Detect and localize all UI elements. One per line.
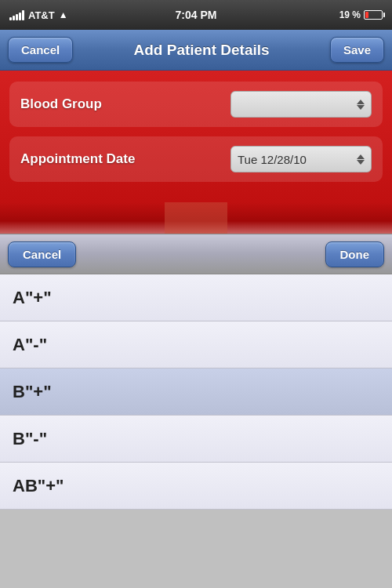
figure-area	[0, 202, 392, 234]
signal-bar-4	[19, 13, 21, 20]
battery-icon	[364, 10, 383, 20]
form-area: Blood Group Appointment Date Tue 12/28/1…	[0, 71, 392, 202]
blood-group-picker[interactable]	[230, 91, 372, 118]
nav-bar: Cancel Add Patient Details Save	[0, 30, 392, 71]
arrow-down-icon-2	[357, 160, 365, 165]
picker-item[interactable]: A"+"	[0, 274, 392, 321]
status-time: 7:04 PM	[176, 9, 217, 21]
picker-item[interactable]: B"+"	[0, 368, 392, 416]
carrier-label: AT&T	[28, 9, 55, 21]
picker-list: A"+"A"-"B"+"B"-"AB"+"	[0, 274, 392, 510]
status-right: 19 %	[339, 9, 383, 20]
nav-title: Add Patient Details	[134, 42, 270, 59]
appointment-date-value: Tue 12/28/10	[238, 153, 307, 166]
wifi-icon: ▲	[59, 9, 68, 20]
picker-item[interactable]: AB"+"	[0, 463, 392, 510]
picker-toolbar: Cancel Done	[0, 234, 392, 274]
picker-item-label: A"+"	[13, 288, 52, 308]
battery-percent: 19 %	[339, 9, 361, 20]
picker-item[interactable]: B"-"	[0, 416, 392, 463]
picker-item-label: A"-"	[13, 335, 47, 355]
signal-bar-1	[9, 17, 12, 20]
arrow-up-icon-2	[357, 154, 365, 159]
signal-bars-icon	[9, 9, 24, 20]
arrow-up-icon	[357, 100, 365, 104]
status-bar: AT&T ▲ 7:04 PM 19 %	[0, 0, 392, 30]
cancel-picker-button[interactable]: Cancel	[8, 241, 76, 267]
picker-item[interactable]: A"-"	[0, 321, 392, 368]
signal-bar-3	[16, 14, 18, 20]
blood-group-row: Blood Group	[9, 82, 383, 127]
arrow-down-icon	[357, 105, 365, 110]
blood-group-arrows-icon	[357, 100, 365, 110]
battery-box	[364, 10, 383, 20]
appointment-date-label: Appointment Date	[20, 151, 135, 167]
status-left: AT&T ▲	[9, 9, 68, 21]
appointment-arrows-icon	[357, 154, 365, 165]
done-picker-button[interactable]: Done	[325, 241, 385, 267]
save-nav-button[interactable]: Save	[330, 37, 384, 63]
battery-fill	[365, 12, 368, 18]
figure-silhouette	[165, 202, 227, 234]
picker-item-label: AB"+"	[13, 476, 64, 496]
signal-bar-5	[22, 10, 24, 20]
appointment-date-row: Appointment Date Tue 12/28/10	[9, 136, 383, 182]
cancel-nav-button[interactable]: Cancel	[8, 37, 73, 63]
picker-item-label: B"+"	[13, 382, 52, 402]
appointment-date-picker[interactable]: Tue 12/28/10	[230, 146, 372, 172]
blood-group-label: Blood Group	[20, 96, 102, 112]
picker-item-label: B"-"	[13, 429, 47, 449]
signal-bar-2	[13, 16, 15, 20]
